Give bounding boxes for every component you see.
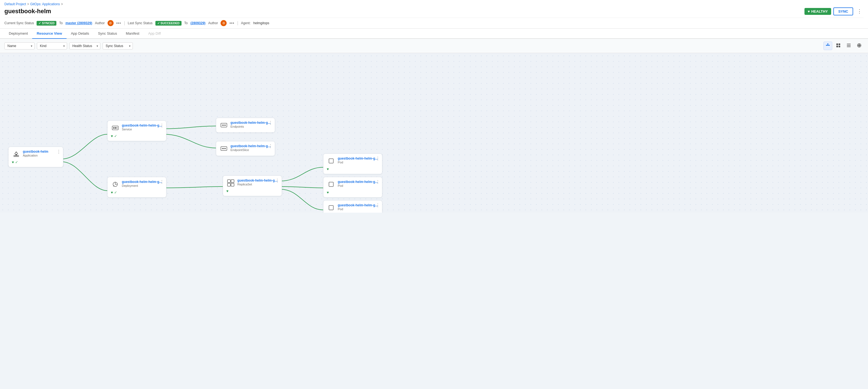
deployment-node-name: guestbook-helm-helm-g... bbox=[122, 180, 163, 184]
commit-link-1[interactable]: master (2809329) bbox=[65, 21, 92, 25]
view-controls bbox=[824, 41, 864, 50]
tree-view-button[interactable] bbox=[824, 41, 832, 50]
health-icon: ♥ bbox=[12, 160, 14, 164]
svg-rect-40 bbox=[329, 206, 333, 210]
pod1-node-menu[interactable]: ⋮ bbox=[376, 156, 380, 161]
service-node-name: guestbook-helm-helm-g... bbox=[122, 123, 163, 127]
tab-sync-status[interactable]: Sync Status bbox=[94, 29, 121, 39]
endpoints-node-menu[interactable]: ⋮ bbox=[269, 120, 273, 125]
grid-view-button[interactable] bbox=[834, 41, 843, 50]
divider-1: | bbox=[124, 21, 125, 26]
pod3-icon bbox=[327, 203, 336, 212]
dots-button-1[interactable]: ••• bbox=[116, 21, 121, 25]
pod3-node-info: guestbook-helm-helm-g... Pod bbox=[338, 203, 379, 211]
app-node-menu[interactable]: ⋮ bbox=[57, 149, 61, 154]
author-label-2: Author bbox=[208, 21, 218, 25]
pod3-node: guestbook-helm-helm-g... Pod ♥ ⋮ ⤢ bbox=[323, 200, 382, 213]
pod3-node-name: guestbook-helm-helm-g... bbox=[338, 203, 379, 207]
check-icon-2: ✓ bbox=[157, 22, 160, 25]
replicaset-node-menu[interactable]: ⋮ bbox=[275, 178, 279, 183]
deployment-node-type: Deployment bbox=[122, 184, 163, 187]
svg-rect-13 bbox=[847, 47, 851, 47]
endpointslice-node-type: EndpointSlice bbox=[230, 148, 272, 152]
endpointslice-node-name: guestbook-helm-helm-g... bbox=[230, 144, 272, 148]
svg-rect-36 bbox=[227, 183, 230, 186]
service-node: guestbook-helm-helm-g... Service ♥ ✓ ⋮ bbox=[107, 120, 166, 141]
breadcrumb-project[interactable]: Default Project bbox=[4, 2, 26, 6]
svg-rect-37 bbox=[231, 183, 234, 186]
deployment-sync-icon: ✓ bbox=[114, 190, 117, 194]
pod2-icon bbox=[327, 180, 336, 189]
deployment-icon bbox=[111, 180, 120, 189]
page-title: guestbook-helm bbox=[4, 8, 51, 15]
network-view-button[interactable] bbox=[855, 41, 864, 50]
svg-point-33 bbox=[225, 148, 226, 149]
tab-app-details[interactable]: App Details bbox=[67, 29, 94, 39]
replicaset-icon bbox=[226, 179, 235, 187]
tab-deployment[interactable]: Deployment bbox=[4, 29, 32, 39]
tab-manifest[interactable]: Manifest bbox=[122, 29, 144, 39]
tab-resource-view[interactable]: Resource View bbox=[32, 29, 66, 39]
svg-rect-11 bbox=[847, 44, 851, 44]
svg-rect-8 bbox=[839, 43, 840, 45]
pod1-node-info: guestbook-helm-helm-g... Pod bbox=[338, 156, 379, 164]
heart-icon: ♥ bbox=[808, 9, 810, 13]
health-filter[interactable]: Health Status bbox=[69, 42, 100, 50]
svg-rect-7 bbox=[836, 43, 838, 45]
pod3-node-menu[interactable]: ⋮ bbox=[376, 203, 380, 208]
toolbar: Name Kind Health Status Sync Status bbox=[0, 39, 868, 53]
svg-point-31 bbox=[222, 148, 223, 149]
commit-link-2[interactable]: (2809329) bbox=[190, 21, 206, 25]
to-label-2: To bbox=[184, 21, 188, 25]
agent-label: Agent: bbox=[241, 21, 251, 25]
svg-point-27 bbox=[222, 125, 223, 126]
title-actions: ♥ HEALTHY SYNC ⋮ bbox=[804, 7, 864, 16]
svg-point-29 bbox=[225, 125, 226, 126]
app-node-type: Application bbox=[23, 154, 60, 157]
app-icon bbox=[12, 150, 21, 158]
svg-rect-9 bbox=[836, 46, 838, 47]
replicaset-node-info: guestbook-helm-helm-g... ReplicaSet bbox=[237, 179, 278, 186]
deployment-node-menu[interactable]: ⋮ bbox=[160, 179, 164, 184]
service-node-menu[interactable]: ⋮ bbox=[160, 123, 164, 128]
sync-filter[interactable]: Sync Status bbox=[102, 42, 133, 50]
replicaset-node-type: ReplicaSet bbox=[237, 183, 278, 186]
resource-canvas: guestbook-helm Application ♥ ✓ ⋮ guestbo… bbox=[0, 53, 868, 213]
avatar-2: O bbox=[221, 20, 227, 26]
dots-button-2[interactable]: ••• bbox=[229, 21, 234, 25]
more-menu-button[interactable]: ⋮ bbox=[855, 7, 864, 16]
svg-rect-24 bbox=[117, 127, 117, 129]
sync-button[interactable]: SYNC bbox=[833, 7, 853, 16]
pod2-node-menu[interactable]: ⋮ bbox=[376, 179, 380, 184]
svg-point-32 bbox=[223, 148, 224, 149]
pod3-node-type: Pod bbox=[338, 207, 379, 211]
title-row: guestbook-helm ♥ HEALTHY SYNC ⋮ bbox=[4, 7, 864, 18]
succeeded-badge: ✓ SUCCEEDED bbox=[155, 21, 182, 26]
svg-rect-22 bbox=[113, 127, 115, 129]
name-filter[interactable]: Name bbox=[4, 42, 35, 50]
breadcrumb-sep2: > bbox=[61, 2, 63, 6]
pod2-node: guestbook-helm-helm-g... Pod ♥ ⋮ bbox=[323, 177, 382, 198]
breadcrumb-sep1: > bbox=[27, 2, 29, 6]
deployment-node: guestbook-helm-helm-g... Deployment ♥ ✓ … bbox=[107, 177, 166, 198]
pod2-health-icon: ♥ bbox=[327, 190, 329, 194]
list-view-button[interactable] bbox=[844, 41, 853, 50]
svg-rect-39 bbox=[329, 182, 333, 186]
sync-status-bar: Current Sync Status ✓ SYNCED To master (… bbox=[4, 18, 864, 28]
agent-name: helmgitops bbox=[253, 21, 269, 25]
endpointslice-node: guestbook-helm-helm-g... EndpointSlice ⋮ bbox=[216, 141, 275, 156]
svg-rect-35 bbox=[231, 180, 234, 183]
replicaset-node-name: guestbook-helm-helm-g... bbox=[237, 179, 278, 182]
breadcrumb-gitops[interactable]: GitOps: Applications bbox=[30, 2, 60, 6]
app-node-info: guestbook-helm Application bbox=[23, 150, 60, 157]
health-filter-wrap: Health Status bbox=[69, 42, 100, 50]
avatar-1: O bbox=[107, 20, 114, 26]
svg-rect-18 bbox=[13, 155, 19, 156]
endpointslice-node-menu[interactable]: ⋮ bbox=[269, 144, 273, 149]
svg-rect-19 bbox=[13, 156, 19, 157]
top-bar: Default Project > GitOps: Applications >… bbox=[0, 0, 868, 29]
service-sync-icon: ✓ bbox=[114, 134, 117, 138]
kind-filter[interactable]: Kind bbox=[37, 42, 67, 50]
svg-point-28 bbox=[223, 125, 224, 126]
svg-rect-12 bbox=[847, 45, 851, 46]
